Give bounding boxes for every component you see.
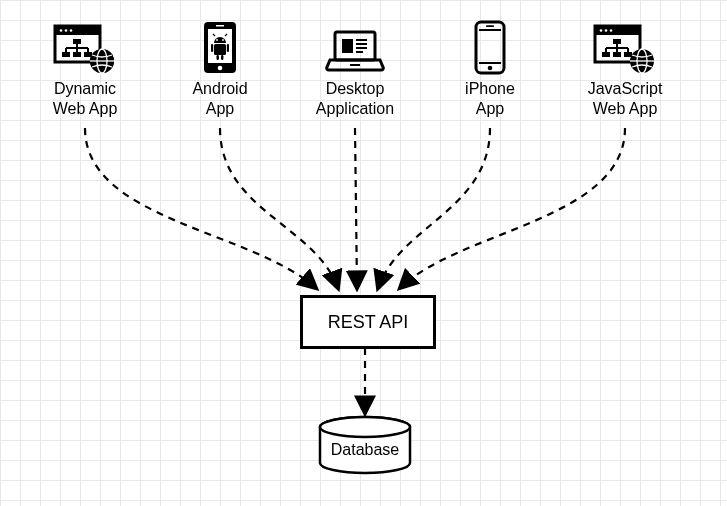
rest-api-label: REST API [328,312,409,333]
browser-globe-icon [50,23,120,75]
android-phone-icon [200,20,240,75]
rest-api-box: REST API [300,295,436,349]
svg-rect-57 [624,52,632,57]
svg-rect-5 [73,39,81,44]
client-label-line2: App [476,100,504,117]
svg-point-4 [70,29,73,32]
client-android-app: Android App [160,20,280,119]
svg-rect-55 [602,52,610,57]
client-iphone-app: iPhone App [430,20,550,119]
database-label: Database [331,441,400,458]
svg-rect-28 [211,44,213,52]
svg-rect-29 [227,44,229,52]
svg-point-42 [488,66,493,71]
client-label-line1: Desktop [326,80,385,97]
svg-point-46 [600,29,603,32]
svg-point-62 [320,417,410,437]
client-js-web-app: JavaScript Web App [565,20,685,119]
browser-globe-icon [590,23,660,75]
client-dynamic-web-app: Dynamic Web App [25,20,145,119]
client-label-line2: Application [316,100,394,117]
svg-point-2 [60,29,63,32]
svg-rect-22 [216,25,224,27]
iphone-icon [472,20,508,75]
client-label-line2: App [206,100,234,117]
client-label-line1: iPhone [465,80,515,97]
svg-rect-12 [73,52,81,57]
svg-rect-31 [221,55,223,60]
client-label-line1: JavaScript [588,80,663,97]
svg-rect-33 [342,39,353,53]
svg-rect-32 [335,32,375,60]
svg-rect-13 [84,52,92,57]
laptop-icon [325,27,385,75]
database-icon: Database [310,415,420,477]
svg-point-21 [218,66,223,71]
client-label-line1: Dynamic [54,80,116,97]
client-label-line1: Android [192,80,247,97]
svg-point-23 [216,39,218,41]
client-label-line2: Web App [53,100,118,117]
svg-point-3 [65,29,68,32]
client-label-line2: Web App [593,100,658,117]
svg-rect-11 [62,52,70,57]
svg-point-47 [605,29,608,32]
svg-rect-30 [217,55,219,60]
svg-rect-43 [486,25,494,27]
svg-point-24 [222,39,224,41]
svg-point-48 [610,29,613,32]
svg-rect-27 [214,44,226,55]
client-desktop-app: Desktop Application [295,20,415,119]
database-node: Database [310,415,420,481]
svg-rect-49 [613,39,621,44]
svg-rect-56 [613,52,621,57]
